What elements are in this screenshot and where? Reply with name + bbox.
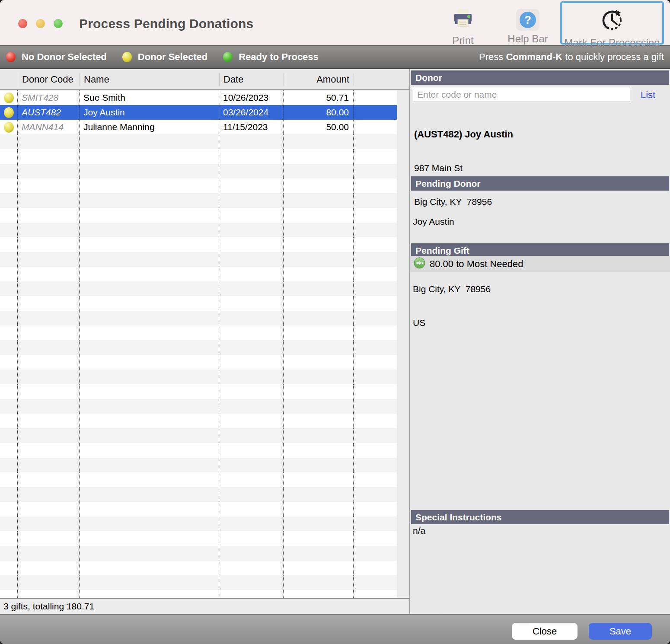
titlebar: Process Pending Donations Print [0, 0, 670, 45]
row-amount [284, 296, 354, 311]
row-amount [284, 208, 354, 223]
empty-table-row[interactable] [0, 575, 397, 590]
donor-code-column-header: Donor Code [18, 73, 80, 86]
save-button[interactable]: Save [589, 623, 652, 640]
empty-table-row[interactable] [0, 443, 397, 458]
empty-table-row[interactable] [0, 516, 397, 531]
empty-table-row[interactable] [0, 325, 397, 340]
empty-table-row[interactable] [0, 237, 397, 252]
row-spare-cell [354, 179, 397, 193]
donor-address-line1: 987 Main St [414, 163, 513, 174]
legend-ready-to-process: Ready to Process [223, 51, 319, 63]
row-amount [284, 311, 354, 325]
zoom-window-icon[interactable] [54, 19, 63, 28]
help-bar-button[interactable]: ? Help Bar [495, 0, 560, 45]
row-donor-code [18, 546, 80, 561]
row-name [80, 296, 219, 311]
empty-table-row[interactable] [0, 384, 397, 399]
row-amount [284, 267, 354, 281]
row-date [219, 370, 284, 384]
row-spare-cell [354, 414, 397, 428]
row-date [219, 546, 284, 561]
table-row[interactable]: SMIT428 Sue Smith 10/26/2023 50.71 [0, 90, 397, 105]
close-window-icon[interactable] [18, 19, 27, 28]
row-date [219, 237, 284, 252]
scrollbar-gutter[interactable] [397, 90, 409, 598]
empty-table-row[interactable] [0, 223, 397, 237]
empty-table-row[interactable] [0, 149, 397, 164]
empty-table-row[interactable] [0, 561, 397, 575]
row-amount [284, 325, 354, 340]
row-date [219, 193, 284, 208]
empty-table-row[interactable] [0, 370, 397, 384]
row-spare-cell [354, 487, 397, 502]
row-name [80, 179, 219, 193]
empty-table-row[interactable] [0, 428, 397, 443]
empty-table-row[interactable] [0, 546, 397, 561]
empty-table-row[interactable] [0, 296, 397, 311]
table-row[interactable]: MANN414 Julianne Manning 11/15/2023 50.0… [0, 120, 397, 134]
row-spare-cell [354, 384, 397, 399]
row-amount [284, 414, 354, 428]
empty-table-row[interactable] [0, 164, 397, 179]
row-name [80, 267, 219, 281]
shortcut-hint: Press Command-K to quickly process a gif… [479, 51, 664, 63]
row-date: 03/26/2024 [219, 105, 284, 120]
row-amount [284, 546, 354, 561]
row-date [219, 281, 284, 296]
row-donor-code [18, 208, 80, 223]
row-name [80, 399, 219, 414]
row-name [80, 414, 219, 428]
row-date: 10/26/2023 [219, 90, 284, 105]
gutter-header [397, 73, 409, 86]
row-spare-cell [354, 311, 397, 325]
table-row[interactable]: AUST482 Joy Austin 03/26/2024 80.00 [0, 105, 397, 120]
empty-table-row[interactable] [0, 281, 397, 296]
row-spare-cell [354, 164, 397, 179]
row-date [219, 443, 284, 458]
row-date [219, 134, 284, 149]
row-spare-cell [354, 370, 397, 384]
list-link[interactable]: List [641, 89, 655, 101]
row-date [219, 296, 284, 311]
empty-table-row[interactable] [0, 208, 397, 223]
row-name [80, 237, 219, 252]
empty-table-row[interactable] [0, 531, 397, 546]
empty-table-row[interactable] [0, 472, 397, 487]
toolbar: Print ? Help Bar Mark [431, 0, 664, 45]
row-date: 11/15/2023 [219, 120, 284, 134]
close-button[interactable]: Close [512, 623, 577, 640]
empty-table-row[interactable] [0, 179, 397, 193]
empty-table-row[interactable] [0, 414, 397, 428]
empty-table-row[interactable] [0, 311, 397, 325]
empty-table-row[interactable] [0, 193, 397, 208]
empty-table-row[interactable] [0, 252, 397, 267]
row-amount [284, 531, 354, 546]
empty-table-row[interactable] [0, 502, 397, 516]
row-name [80, 458, 219, 472]
row-amount [284, 149, 354, 164]
minimize-window-icon[interactable] [36, 19, 45, 28]
empty-table-row[interactable] [0, 458, 397, 472]
empty-table-row[interactable] [0, 399, 397, 414]
row-spare-cell [354, 340, 397, 355]
mark-for-processing-button[interactable]: Mark For Processing [560, 1, 664, 45]
empty-table-row[interactable] [0, 134, 397, 149]
empty-table-row[interactable] [0, 590, 397, 598]
pending-gift-row[interactable]: 80.00 to Most Needed [410, 256, 670, 272]
row-date [219, 428, 284, 443]
row-donor-code [18, 223, 80, 237]
row-date [219, 531, 284, 546]
row-name [80, 355, 219, 370]
donor-search-input[interactable] [413, 87, 630, 102]
empty-table-row[interactable] [0, 267, 397, 281]
row-amount [284, 370, 354, 384]
empty-table-row[interactable] [0, 355, 397, 370]
empty-table-row[interactable] [0, 340, 397, 355]
empty-table-row[interactable] [0, 487, 397, 502]
help-bar-label: Help Bar [507, 33, 548, 45]
row-donor-code [18, 325, 80, 340]
row-date [219, 267, 284, 281]
row-amount [284, 384, 354, 399]
print-button[interactable]: Print [431, 0, 495, 47]
